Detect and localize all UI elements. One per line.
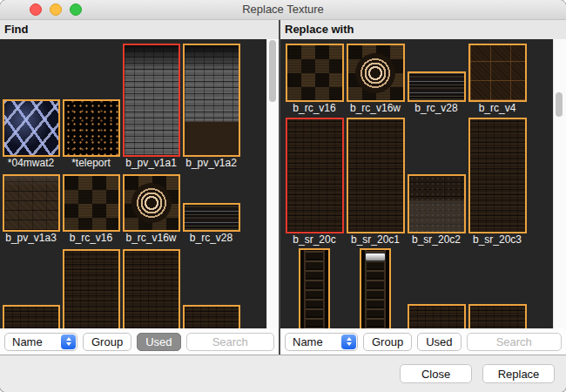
texture-tile-unlabeled[interactable] [63, 249, 120, 328]
texture-label: b_sr_20c3 [467, 233, 528, 247]
texture-label: b_rc_v16w [121, 232, 181, 246]
replace-texture-dialog: Replace Texture Find Replace with *04mwa… [0, 0, 566, 392]
texture-label: b_sr_20c [284, 233, 345, 247]
title-bar: Replace Texture [0, 0, 566, 20]
texture-tile-b_sr_20c2[interactable] [408, 174, 466, 233]
texture-label: b_rc_v16w [345, 102, 406, 116]
texture-label: b_rc_v4 [467, 102, 528, 116]
texture-tile-unlabeled[interactable] [123, 249, 180, 328]
find-controls-bar: Name Group Used [0, 328, 279, 355]
texture-tile-b_sr_20c[interactable] [286, 118, 344, 233]
replace-sort-value: Name [293, 335, 323, 348]
texture-tile-b_pv_v1a1[interactable] [123, 44, 180, 157]
texture-tile-unlabeled[interactable] [299, 248, 330, 328]
find-sort-value: Name [12, 335, 43, 348]
replace-with-header: Replace with [285, 20, 354, 39]
texture-tile-b_rc_v16[interactable] [63, 174, 120, 232]
find-group-button[interactable]: Group [83, 333, 131, 351]
texture-tile-b_rc_v16[interactable] [286, 44, 344, 102]
dialog-footer: Close Replace [0, 355, 566, 392]
texture-tile-b_pv_v1a2[interactable] [183, 44, 240, 157]
texture-tile-b_rc_v28[interactable] [183, 203, 240, 232]
close-button[interactable]: Close [400, 364, 472, 383]
texture-tile-b_sr_20c3[interactable] [468, 118, 527, 233]
find-search-input[interactable] [186, 333, 275, 351]
texture-tile-unlabeled[interactable] [408, 304, 466, 328]
replace-button[interactable]: Replace [482, 364, 555, 383]
texture-label: *04mwat2 [1, 157, 61, 171]
replace-texture-grid: b_rc_v16b_rc_v16wb_rc_v28b_rc_v4b_sr_20c… [280, 39, 554, 328]
texture-label: b_sr_20c2 [406, 233, 467, 247]
texture-label: b_pv_v1a1 [121, 157, 181, 171]
find-header: Find [4, 20, 28, 39]
texture-tile-unlabeled[interactable] [183, 305, 240, 328]
texture-label: b_sr_20c1 [345, 233, 406, 247]
texture-label: b_pv_v1a2 [181, 157, 241, 171]
replace-scrollbar-track[interactable] [553, 39, 566, 328]
texture-label: b_rc_v16 [61, 232, 121, 246]
replace-used-button[interactable]: Used [417, 333, 461, 351]
dropdown-stepper-icon [341, 335, 356, 349]
replace-texture-panel: b_rc_v16b_rc_v16wb_rc_v28b_rc_v4b_sr_20c… [280, 39, 566, 328]
texture-tile-unlabeled[interactable] [468, 304, 527, 328]
replace-sort-dropdown[interactable]: Name [285, 333, 358, 351]
find-texture-grid: *04mwat2*teleportb_pv_v1a1b_pv_v1a2b_pv_… [0, 39, 266, 328]
texture-tile-unlabeled[interactable] [3, 305, 60, 328]
find-used-button[interactable]: Used [137, 333, 180, 351]
texture-tile-b_pv_v1a3[interactable] [3, 174, 60, 232]
replace-group-button[interactable]: Group [363, 333, 412, 351]
texture-tile-b_rc_v4[interactable] [468, 44, 527, 102]
replace-scrollbar-thumb[interactable] [556, 92, 563, 117]
texture-label: b_rc_v16 [284, 102, 345, 116]
texture-tile-b_rc_v28[interactable] [408, 71, 466, 102]
texture-tile-b_rc_v16w[interactable] [123, 174, 180, 232]
find-scrollbar-thumb[interactable] [269, 40, 276, 102]
texture-label: b_pv_v1a3 [1, 232, 61, 246]
texture-label: b_rc_v28 [406, 102, 467, 116]
texture-tile-b_rc_v16w[interactable] [347, 44, 405, 102]
replace-search-input[interactable] [467, 333, 563, 351]
dropdown-stepper-icon [61, 335, 76, 349]
replace-controls-bar: Name Group Used [280, 328, 566, 355]
find-texture-panel: *04mwat2*teleportb_pv_v1a1b_pv_v1a2b_pv_… [0, 39, 279, 328]
texture-label: b_rc_v28 [181, 232, 241, 246]
window-title: Replace Texture [0, 0, 566, 19]
find-sort-dropdown[interactable]: Name [4, 333, 77, 351]
texture-label: *teleport [61, 157, 121, 171]
texture-tile-*04mwat2[interactable] [3, 99, 60, 157]
find-scrollbar-track[interactable] [266, 39, 279, 328]
panel-headers: Find Replace with [0, 20, 566, 39]
texture-tile-b_sr_20c1[interactable] [347, 118, 405, 233]
texture-tile-*teleport[interactable] [63, 99, 120, 157]
texture-tile-unlabeled[interactable] [360, 248, 391, 328]
